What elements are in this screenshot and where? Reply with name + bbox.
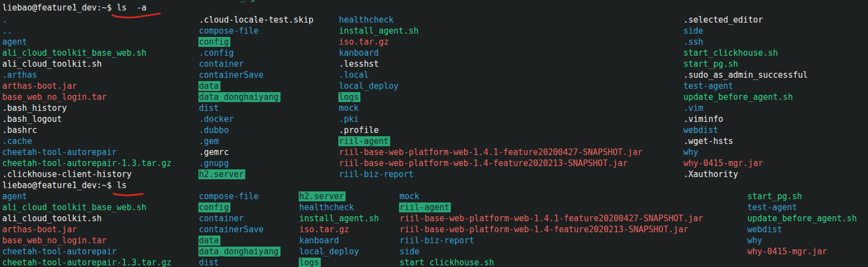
file-entry: config xyxy=(198,202,230,212)
file-entry: riil-base-web-platform-web-1.4.1-feature… xyxy=(400,213,703,223)
listing-row: .cache xyxy=(2,136,171,147)
listing-row: healthcheck xyxy=(339,14,643,25)
file-entry: data_donghaiyang xyxy=(198,92,281,102)
listing-row: why-0415-mgr.jar xyxy=(747,246,857,257)
file-entry: .gemrc xyxy=(199,147,229,157)
file-column: compose-fileconfigcontainercontainerSave… xyxy=(199,191,281,267)
listing-row: .ssh xyxy=(683,36,808,47)
listing-row: side xyxy=(683,25,808,36)
listing-row: update_before_agent.sh xyxy=(683,92,808,103)
file-column: ...agentali_cloud_toolkit_base_web.shali… xyxy=(2,14,171,180)
file-entry: .bash_logout xyxy=(2,114,62,124)
prompt-line-2: liebao@feature1_dev:~$ls xyxy=(2,180,127,191)
file-entry: data_donghaiyang xyxy=(198,247,281,257)
listing-row: containerSave xyxy=(199,224,281,235)
listing-row: install_agent.sh xyxy=(339,25,643,36)
file-entry: local_deploy xyxy=(299,247,359,257)
file-entry: riil-agent xyxy=(399,202,451,212)
file-entry: logs xyxy=(299,258,321,267)
listing-row: start_pg.sh xyxy=(683,58,808,70)
listing-row: test-agent xyxy=(747,202,857,213)
listing-row: .gem xyxy=(199,136,314,147)
file-entry: start_pg.sh xyxy=(747,191,802,201)
file-entry: why-0415-mgr.jar xyxy=(683,158,763,168)
listing-row: compose-file xyxy=(199,191,281,202)
file-entry: healthcheck xyxy=(339,15,393,25)
listing-row: local_deploy xyxy=(339,81,643,92)
file-entry: ali_cloud_toolkit_base_web.sh xyxy=(2,48,147,58)
file-entry: container xyxy=(199,213,244,223)
prompt-command-ls-a: ls -a xyxy=(117,3,147,13)
file-column: .selected_editorside.sshstart_clickhouse… xyxy=(683,14,808,180)
listing-row: dist xyxy=(199,103,314,114)
terminal-screen[interactable]: _ g liebao@feature1_dev:~$ls -a ...agent… xyxy=(0,0,868,267)
listing-row: webdist xyxy=(747,224,857,235)
listing-row: .selected_editor xyxy=(683,14,808,25)
file-entry: .cache xyxy=(2,136,32,146)
listing-row: .arthas xyxy=(2,70,171,81)
listing-row: .bash_history xyxy=(2,103,171,114)
listing-row: ali_cloud_toolkit.sh xyxy=(2,58,171,70)
listing-row: .pki xyxy=(339,114,643,125)
file-entry: update_before_agent.sh xyxy=(747,213,857,223)
listing-row: riil-biz-report xyxy=(339,169,643,180)
file-entry: .gnupg xyxy=(199,158,229,168)
listing-row: .clickhouse-client-history xyxy=(2,169,171,180)
listing-row: ali_cloud_toolkit.sh xyxy=(2,213,171,224)
listing-row: iso.tar.gz xyxy=(339,36,643,47)
file-entry: kanboard xyxy=(299,236,339,245)
listing-row: container xyxy=(199,213,281,224)
file-entry: agent xyxy=(2,37,27,47)
file-entry: base_web_no_login.tar xyxy=(2,236,107,245)
listing-row: .viminfo xyxy=(683,114,808,125)
listing-row: arthas-boot.jar xyxy=(2,81,171,92)
listing-row: webdist xyxy=(683,125,808,136)
listing-row: .config xyxy=(199,47,314,58)
file-entry: side xyxy=(400,247,419,257)
prompt-command-ls: ls xyxy=(117,180,127,190)
file-entry: cheetah-tool-autorepair xyxy=(2,247,117,257)
file-entry: test-agent xyxy=(747,202,797,212)
file-entry: cheetah-tool-autorepair xyxy=(2,147,117,157)
listing-row: data xyxy=(199,81,314,92)
file-entry: dist xyxy=(199,103,219,113)
file-column: mockriil-agentriil-base-web-platform-web… xyxy=(400,191,703,267)
file-entry: .. xyxy=(2,26,12,36)
file-entry: cheetah-tool-autorepair-1.3.tar.gz xyxy=(2,258,171,267)
file-entry: mock xyxy=(400,191,419,201)
file-entry: config xyxy=(198,37,230,47)
listing-row: logs xyxy=(299,257,379,267)
listing-row: container xyxy=(199,58,314,70)
listing-row: mock xyxy=(339,103,643,114)
listing-row: test-agent xyxy=(683,81,808,92)
file-entry: install_agent.sh xyxy=(339,26,419,36)
file-entry: arthas-boot.jar xyxy=(2,225,77,234)
listing-row: .wget-hsts xyxy=(683,136,808,147)
file-entry: local_deploy xyxy=(339,81,398,91)
prompt-user-host: liebao@feature1_dev:~$ xyxy=(2,3,112,13)
file-entry: containerSave xyxy=(199,70,263,80)
file-entry: compose-file xyxy=(199,191,258,201)
listing-row: healthcheck xyxy=(299,202,379,213)
file-entry: .viminfo xyxy=(683,114,723,124)
listing-row: .vim xyxy=(683,103,808,114)
file-entry: riil-biz-report xyxy=(400,236,474,245)
file-entry: data xyxy=(198,236,220,245)
file-entry: .vim xyxy=(683,103,703,113)
file-entry: .wget-hsts xyxy=(683,136,733,146)
listing-row: containerSave xyxy=(199,70,314,81)
listing-row: .lesshst xyxy=(339,58,643,70)
listing-row: logs xyxy=(339,92,643,103)
file-entry: .clickhouse-client-history xyxy=(2,169,132,179)
file-column: h2.serverhealthcheckinstall_agent.shiso.… xyxy=(299,191,379,267)
listing-row: cheetah-tool-autorepair-1.3.tar.gz xyxy=(2,257,171,267)
file-entry: .bashrc xyxy=(2,125,37,135)
file-entry: webdist xyxy=(683,125,718,135)
listing-row: ali_cloud_toolkit_base_web.sh xyxy=(2,47,171,58)
file-entry: data xyxy=(198,81,220,91)
file-entry: start_clickhouse.sh xyxy=(400,258,494,267)
file-entry: riil-agent xyxy=(338,136,390,146)
file-entry: logs xyxy=(338,92,360,102)
listing-row: iso.tar.gz xyxy=(299,224,379,235)
listing-row: kanboard xyxy=(299,235,379,246)
